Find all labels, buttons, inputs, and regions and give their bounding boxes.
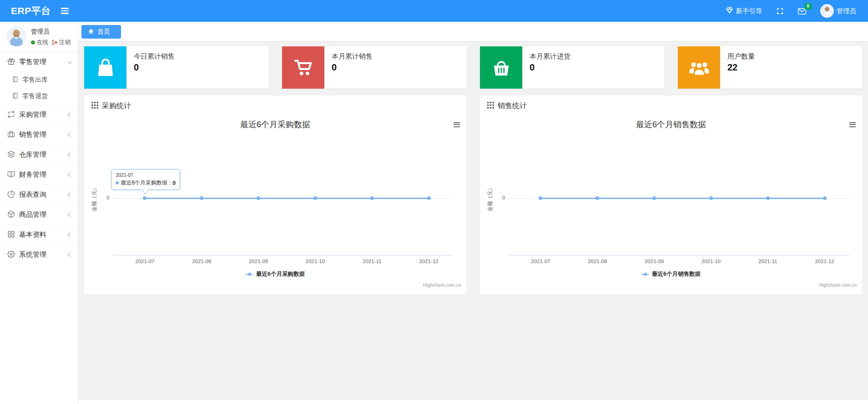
footer-divider bbox=[78, 399, 868, 404]
box-icon bbox=[7, 210, 15, 219]
chevron-left-icon bbox=[68, 133, 72, 137]
x-axis-line bbox=[509, 255, 849, 255]
briefcase-icon bbox=[7, 130, 15, 140]
x-axis-label: 2021-08 bbox=[181, 259, 222, 264]
fullscreen-icon[interactable] bbox=[776, 7, 784, 15]
purchase-chart: 最近6个月采购数据 金额（元） 0 2021-072021-082021-092… bbox=[84, 114, 466, 293]
tab-home[interactable]: 首页 bbox=[81, 25, 121, 39]
data-point[interactable] bbox=[823, 196, 827, 200]
stat-value: 22 bbox=[727, 62, 755, 73]
y-axis-tick: 0 bbox=[494, 195, 505, 200]
logout-link[interactable]: 注销 bbox=[52, 39, 71, 46]
sidebar-toggle-icon[interactable] bbox=[58, 5, 71, 17]
chevron-left-icon bbox=[68, 213, 72, 217]
legend-item[interactable]: 最近6个月销售数据 bbox=[480, 270, 862, 278]
shopping-bag-icon bbox=[84, 46, 126, 89]
sidebar-item-retail-outbound[interactable]: 零售出库 bbox=[0, 72, 78, 88]
data-point[interactable] bbox=[652, 196, 656, 200]
sales-stats-panel: 销售统计 最近6个月销售数据 金额（元） 0 2021-072021-08202… bbox=[480, 95, 862, 294]
data-point[interactable] bbox=[370, 196, 374, 200]
document-icon bbox=[12, 76, 19, 84]
book-icon bbox=[7, 170, 15, 180]
sidebar-item-retail-return[interactable]: 零售退货 bbox=[0, 88, 78, 105]
chart-title: 最近6个月销售数据 bbox=[480, 119, 862, 130]
sidebar-item-reports[interactable]: 报表查询 bbox=[0, 185, 78, 204]
chevron-left-icon bbox=[68, 113, 72, 117]
sidebar-item-purchase[interactable]: 采购管理 bbox=[0, 105, 78, 125]
chart-tooltip: 2021-07 最近6个月采购数据: 0 bbox=[111, 169, 180, 190]
avatar bbox=[6, 26, 26, 46]
user-menu[interactable]: 管理员 bbox=[820, 4, 857, 18]
stat-value: 0 bbox=[530, 62, 570, 73]
avatar bbox=[820, 4, 834, 18]
chart-panels-row: 采购统计 最近6个月采购数据 金额（元） 0 2021-072021-08202… bbox=[78, 89, 868, 294]
sidebar-item-sales[interactable]: 销售管理 bbox=[0, 125, 78, 145]
chart-menu-icon[interactable] bbox=[848, 120, 857, 129]
stat-card-month-purchase: 本月累计进货 0 bbox=[480, 46, 664, 89]
x-axis-label: 2021-10 bbox=[691, 259, 732, 264]
data-point[interactable] bbox=[200, 196, 203, 200]
shopping-basket-icon bbox=[480, 46, 522, 89]
stat-cards-row: 今日累计销售 0 本月累计销售 0 bbox=[78, 42, 868, 89]
grid-dots-icon bbox=[487, 102, 494, 110]
chevron-left-icon bbox=[68, 193, 72, 197]
legend-item[interactable]: 最近6个月采购数据 bbox=[84, 270, 466, 278]
main-content: 首页 今日累计销售 0 本月累计销 bbox=[78, 0, 868, 294]
data-point[interactable] bbox=[257, 196, 260, 200]
tab-bar: 首页 bbox=[78, 22, 868, 42]
users-icon bbox=[678, 46, 720, 89]
x-axis-label: 2021-12 bbox=[409, 259, 449, 264]
data-point[interactable] bbox=[427, 196, 431, 200]
x-axis-label: 2021-09 bbox=[634, 259, 675, 264]
sidebar-item-warehouse[interactable]: 仓库管理 bbox=[0, 145, 78, 165]
series-bullet-icon bbox=[116, 181, 119, 185]
data-point[interactable] bbox=[595, 196, 599, 200]
sidebar-menu: 零售管理 零售出库 零售退货 bbox=[0, 52, 78, 264]
sidebar-item-goods[interactable]: 商品管理 bbox=[0, 204, 78, 224]
top-navbar: ERP平台 新手引导 0 管理员 bbox=[0, 0, 868, 22]
panel-title: 销售统计 bbox=[498, 101, 527, 111]
gift-icon bbox=[7, 58, 15, 67]
sidebar-user-block: 管理员 在线 注销 bbox=[0, 22, 78, 52]
data-point[interactable] bbox=[313, 196, 317, 200]
chart-menu-icon[interactable] bbox=[453, 120, 461, 129]
data-point[interactable] bbox=[143, 196, 146, 200]
pie-chart-icon bbox=[7, 190, 15, 200]
highcharts-credits-link[interactable]: Highcharts.com.cn bbox=[423, 283, 461, 288]
message-count-badge: 0 bbox=[805, 3, 812, 10]
purchase-stats-panel: 采购统计 最近6个月采购数据 金额（元） 0 2021-072021-08202… bbox=[84, 95, 466, 294]
stat-label: 本月累计进货 bbox=[530, 52, 570, 61]
app-logo: ERP平台 bbox=[0, 5, 58, 17]
y-axis-tick: 0 bbox=[98, 195, 109, 200]
chevron-left-icon bbox=[68, 233, 72, 237]
sidebar-item-system[interactable]: 系统管理 bbox=[0, 244, 78, 264]
legend-label: 最近6个月采购数据 bbox=[256, 270, 305, 278]
data-point[interactable] bbox=[766, 196, 770, 200]
data-point[interactable] bbox=[539, 196, 542, 200]
y-axis-title: 金额（元） bbox=[91, 180, 98, 217]
novice-guide-link[interactable]: 新手引导 bbox=[726, 6, 762, 15]
sidebar-item-finance[interactable]: 财务管理 bbox=[0, 165, 78, 185]
stat-label: 本月累计销售 bbox=[332, 52, 373, 61]
x-axis-label: 2021-07 bbox=[520, 259, 561, 264]
layers-icon bbox=[7, 150, 15, 160]
series-line bbox=[540, 198, 824, 199]
sidebar-item-basic-data[interactable]: 基本资料 bbox=[0, 224, 78, 244]
y-axis-title: 金额（元） bbox=[487, 180, 494, 217]
highcharts-credits-link[interactable]: Highcharts.com.cn bbox=[819, 283, 857, 288]
stat-card-month-sales: 本月累计销售 0 bbox=[282, 46, 466, 89]
tooltip-value: 0 bbox=[172, 180, 176, 186]
sidebar-item-retail[interactable]: 零售管理 bbox=[0, 52, 78, 72]
chevron-left-icon bbox=[68, 253, 72, 257]
legend-label: 最近6个月销售数据 bbox=[652, 270, 701, 278]
tooltip-date: 2021-07 bbox=[116, 172, 176, 178]
stat-value: 0 bbox=[332, 62, 373, 73]
messages-icon[interactable]: 0 bbox=[797, 7, 807, 15]
chevron-down-icon bbox=[68, 59, 72, 64]
stat-label: 今日累计销售 bbox=[134, 52, 175, 61]
sales-chart: 最近6个月销售数据 金额（元） 0 2021-072021-082021-092… bbox=[480, 114, 862, 293]
document-icon bbox=[12, 92, 19, 100]
data-point[interactable] bbox=[709, 196, 713, 200]
chart-title: 最近6个月采购数据 bbox=[84, 119, 466, 130]
stat-card-today-sales: 今日累计销售 0 bbox=[84, 46, 268, 89]
